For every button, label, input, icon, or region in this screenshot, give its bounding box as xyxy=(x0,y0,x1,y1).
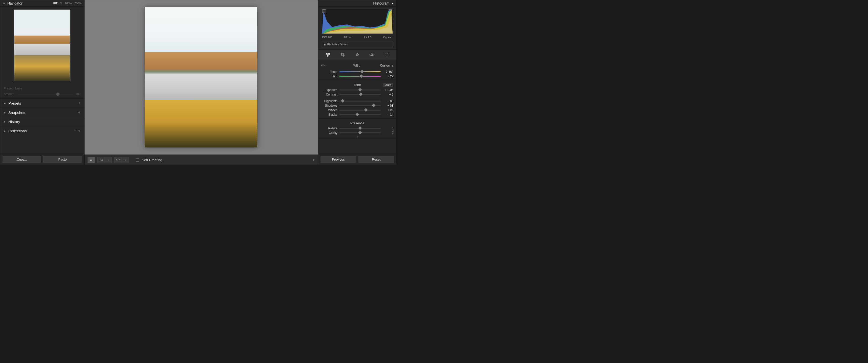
compare-yy-button[interactable]: Y|Y xyxy=(115,157,122,163)
amount-slider[interactable] xyxy=(17,94,73,95)
amount-label: Amount xyxy=(4,92,14,96)
presence-title: Presence xyxy=(350,121,364,125)
temp-slider[interactable] xyxy=(339,71,381,72)
snapshots-label: Snapshots xyxy=(8,110,26,115)
chevron-right-icon: ▶ xyxy=(4,111,6,114)
exif-aperture: ƒ / 4.5 xyxy=(364,36,371,39)
history-label: History xyxy=(8,120,20,124)
exif-row: ISO 200 28 mm ƒ / 4.5 ¹⁄₄₀₀ sec xyxy=(318,35,396,41)
white-balance-section: ✎ WB : Custom ⇅ Temp 7,489 Tint + 22 xyxy=(318,60,396,80)
compare-arrow-icon: ▾ xyxy=(104,157,112,163)
healing-brush-icon[interactable] xyxy=(354,52,361,58)
edit-sliders-icon[interactable] xyxy=(324,52,332,58)
amount-value: 100 xyxy=(75,92,81,96)
add-collection-button[interactable]: + xyxy=(78,129,81,133)
canvas[interactable] xyxy=(85,0,318,155)
tone-title: Tone xyxy=(354,83,361,87)
warning-icon: ⊞ xyxy=(323,43,326,46)
app-root: ▼ Navigator FIT ⇅ 100% 200% Preset : Non… xyxy=(0,0,397,165)
svg-point-3 xyxy=(328,54,329,55)
tint-slider[interactable] xyxy=(339,76,381,77)
highlights-slider[interactable] xyxy=(339,101,381,102)
tint-slider-row: Tint + 22 xyxy=(321,74,393,79)
navigator-header[interactable]: ▼ Navigator FIT ⇅ 100% 200% xyxy=(0,0,84,6)
crop-icon[interactable] xyxy=(339,52,346,58)
svg-line-9 xyxy=(373,53,374,54)
collapse-arrow-icon: ▼ xyxy=(3,2,5,5)
svg-point-1 xyxy=(327,53,328,54)
exif-shutter: ¹⁄₄₀₀ sec xyxy=(383,36,392,39)
zoom-fit-updown-icon[interactable]: ⇅ xyxy=(60,2,62,5)
histogram-graph[interactable] xyxy=(322,8,393,34)
preset-label: Preset : None xyxy=(4,87,81,90)
previous-button[interactable]: Previous xyxy=(320,156,356,163)
right-panel: Histogram ▼ ISO 200 28 mm ƒ / 4.5 ¹⁄₄₀₀ … xyxy=(318,0,397,165)
exposure-slider[interactable] xyxy=(339,90,381,91)
histogram-header[interactable]: Histogram ▼ xyxy=(318,0,396,6)
paste-button[interactable]: Paste xyxy=(43,156,82,163)
presets-label: Presets xyxy=(8,101,21,105)
photo-preview xyxy=(145,7,257,147)
temp-slider-row: Temp 7,489 xyxy=(321,70,393,74)
chevron-right-icon: ▶ xyxy=(4,120,6,123)
expand-handle-icon[interactable]: ▴ xyxy=(356,135,358,138)
snapshots-accordion[interactable]: ▶ Snapshots + xyxy=(0,108,84,117)
develop-tools-row xyxy=(318,50,396,60)
toolbar-menu-icon[interactable]: ▾ xyxy=(313,158,315,162)
center-canvas-area: ▭ R|A ▾ Y|Y ▾ Soft Proofing ▾ xyxy=(84,0,318,165)
preset-preview-box: Preset : None Amount 100 xyxy=(0,84,84,98)
blacks-slider[interactable] xyxy=(339,114,381,115)
soft-proofing-label: Soft Proofing xyxy=(142,158,162,162)
auto-tone-button[interactable]: Auto xyxy=(383,83,393,87)
chevron-right-icon: ▶ xyxy=(4,102,6,105)
zoom-100[interactable]: 100% xyxy=(65,2,72,5)
zoom-fit[interactable]: FIT xyxy=(53,2,58,5)
history-accordion[interactable]: ▶ History xyxy=(0,117,84,126)
warning-text: Photo is missing xyxy=(327,43,347,46)
center-toolbar: ▭ R|A ▾ Y|Y ▾ Soft Proofing ▾ xyxy=(85,155,318,165)
clarity-slider[interactable] xyxy=(339,132,381,133)
masking-icon[interactable] xyxy=(383,52,390,58)
compare-yy-arrow-icon: ▾ xyxy=(122,157,129,163)
collections-accordion[interactable]: ▶ Collections − + xyxy=(0,126,84,135)
photo-missing-warning: ⊞ Photo is missing xyxy=(322,42,393,47)
remove-collection-button[interactable]: − xyxy=(74,129,76,133)
wb-dropdown[interactable]: Custom ⇅ xyxy=(380,64,393,67)
compare-ra-button[interactable]: R|A xyxy=(97,157,104,163)
add-snapshot-button[interactable]: + xyxy=(78,110,81,115)
exif-iso: ISO 200 xyxy=(322,36,332,39)
svg-line-7 xyxy=(356,54,358,56)
histogram-curve xyxy=(322,9,393,34)
copy-button[interactable]: Copy... xyxy=(2,156,41,163)
presets-accordion[interactable]: ▶ Presets + xyxy=(0,98,84,108)
exif-focal: 28 mm xyxy=(344,36,352,39)
svg-point-10 xyxy=(385,53,388,57)
texture-slider[interactable] xyxy=(339,128,381,129)
histogram-title: Histogram xyxy=(373,1,389,5)
contrast-slider[interactable] xyxy=(339,94,381,95)
tone-section: Tone Auto Exposure+ 0.05 Contrast+ 5 Hig… xyxy=(318,80,396,119)
redeye-icon[interactable] xyxy=(368,52,375,58)
presence-section: Presence Texture0 Clarity0 ▴ xyxy=(318,119,396,138)
navigator-title: Navigator xyxy=(7,1,23,5)
add-preset-button[interactable]: + xyxy=(78,101,81,105)
left-panel: ▼ Navigator FIT ⇅ 100% 200% Preset : Non… xyxy=(0,0,84,165)
reset-button[interactable]: Reset xyxy=(358,156,394,163)
navigator-thumbnail[interactable] xyxy=(14,9,70,81)
svg-point-8 xyxy=(371,54,373,56)
whites-slider[interactable] xyxy=(339,110,381,111)
collections-label: Collections xyxy=(8,129,27,133)
loupe-view-button[interactable]: ▭ xyxy=(88,157,95,163)
collapse-arrow-icon: ▼ xyxy=(391,2,394,5)
shadows-slider[interactable] xyxy=(339,105,381,106)
svg-point-5 xyxy=(327,56,328,57)
eyedropper-icon[interactable]: ✎ xyxy=(320,62,327,69)
wb-label: WB : xyxy=(336,64,377,67)
dropdown-arrows-icon: ⇅ xyxy=(391,65,393,67)
zoom-200[interactable]: 200% xyxy=(74,2,82,5)
soft-proofing-checkbox[interactable] xyxy=(136,158,139,162)
chevron-right-icon: ▶ xyxy=(4,130,6,132)
